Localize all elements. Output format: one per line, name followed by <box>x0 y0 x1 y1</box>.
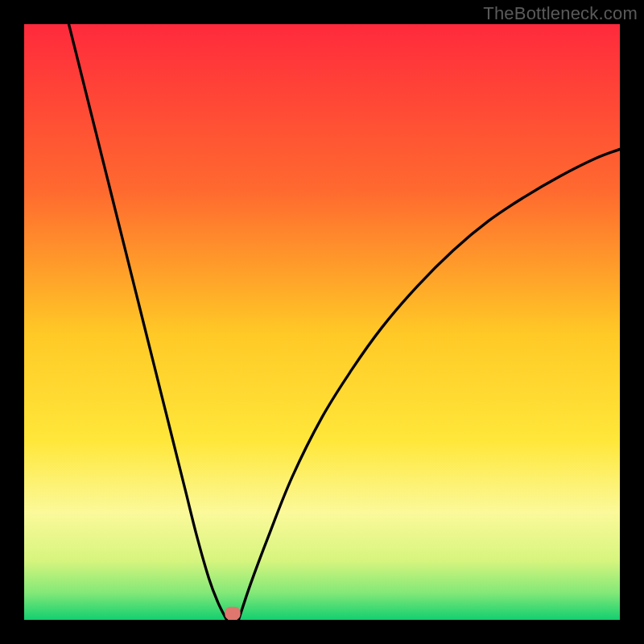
watermark-text: TheBottleneck.com <box>483 3 638 24</box>
curve-minimum-marker <box>225 607 240 620</box>
chart-container: TheBottleneck.com <box>0 0 644 644</box>
chart-svg <box>24 24 620 620</box>
chart-background <box>24 24 620 620</box>
